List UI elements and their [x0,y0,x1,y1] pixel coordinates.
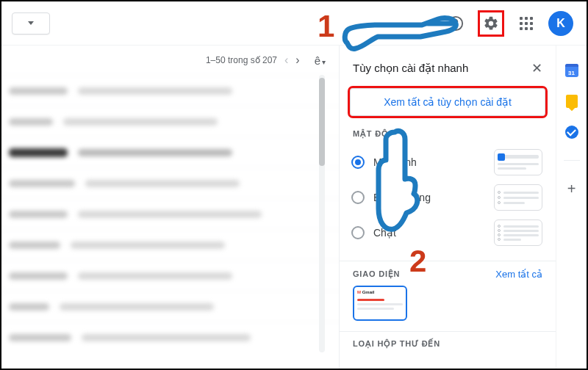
radio-icon [351,226,365,239]
next-page-button[interactable]: › [295,54,299,67]
caret-down-icon [28,21,34,25]
annotation-step-2: 2 [409,244,426,279]
keep-app-button[interactable] [564,94,579,109]
gear-icon [483,15,499,32]
density-preview-compact [494,220,542,246]
close-panel-button[interactable]: ✕ [531,60,542,76]
keep-icon [566,95,578,108]
pointer-hand-up-icon [373,126,424,244]
pager: 1–50 trong số 207 ‹ › ê▾ [206,54,326,67]
scrollbar[interactable] [319,75,325,352]
theme-thumbnail[interactable]: M Gmail [353,286,407,321]
page-count: 1–50 trong số 207 [206,55,277,65]
theme-see-all-link[interactable]: Xem tất cả [495,269,542,280]
settings-button[interactable] [478,10,504,37]
see-all-settings-button[interactable]: Xem tất cả tùy chọn cài đặt [350,88,545,116]
scrollbar-thumb[interactable] [319,78,325,166]
add-addon-button[interactable]: + [564,181,579,196]
quick-settings-panel: Tùy chọn cài đặt nhanh ✕ Xem tất cả tùy … [339,46,556,369]
calendar-icon: 31 [565,64,578,77]
app-header: K [1,1,587,46]
radio-icon [351,191,365,204]
right-side-rail: 31 + [556,46,587,369]
input-tools-button[interactable]: ê▾ [315,54,326,67]
panel-title: Tùy chọn cài đặt nhanh [353,62,468,75]
density-preview-comfortable [494,184,542,211]
theme-section-title: GIAO DIỆN [353,269,400,279]
inbox-type-section-title: LOẠI HỘP THƯ ĐẾN [340,339,556,349]
pointer-hand-icon [340,15,461,56]
tasks-icon [565,126,578,139]
scope-dropdown[interactable] [12,12,50,35]
header-actions: K [442,10,573,37]
density-preview-default [494,149,542,175]
account-avatar[interactable]: K [548,11,573,36]
apps-button[interactable] [513,10,539,37]
apps-grid-icon [520,17,533,30]
radio-icon [351,156,365,169]
annotation-step-1: 1 [318,9,334,44]
prev-page-button[interactable]: ‹ [284,54,288,67]
calendar-app-button[interactable]: 31 [564,63,579,78]
tasks-app-button[interactable] [564,125,579,139]
